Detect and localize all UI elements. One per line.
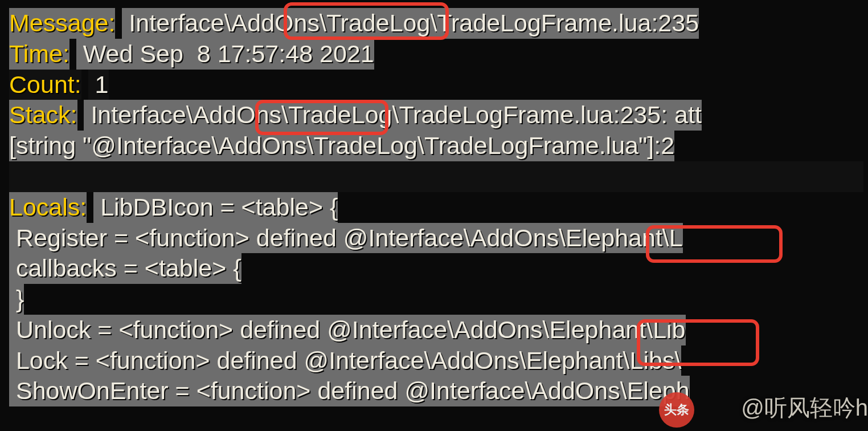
locals-close-row: }: [9, 284, 863, 315]
message-label: Message:: [9, 8, 115, 39]
locals-unlock-post: Lib: [653, 315, 685, 345]
count-label: Count:: [9, 70, 81, 100]
blank-row: [9, 161, 863, 192]
locals-unlock-row: Unlock = <function> defined @Interface\A…: [9, 315, 863, 345]
message-row: Message: Interface\AddOns\TradeLog\Trade…: [9, 8, 863, 39]
count-value-sp: [88, 70, 95, 100]
message-path-pre: Interface\AddOn: [129, 8, 307, 39]
locals-register-box: \Elephant\: [559, 223, 669, 254]
stack-row-2: [string "@Interface\AddOns\TradeLog\Trad…: [9, 131, 863, 161]
locals-head: LibDBIcon = <table> {: [100, 192, 338, 223]
time-value-text: Wed Sep 8 17:57:48 2021: [83, 39, 374, 70]
message-path-post: TradeLogFrame.lua:235: [437, 8, 699, 39]
locals-unlock-box: Elephant\: [549, 315, 653, 345]
message-path-seg1: [122, 8, 129, 39]
count-row: Count: 1: [9, 70, 863, 100]
locals-close: }: [9, 284, 24, 315]
stack-box: \TradeLog\: [281, 100, 399, 131]
stack-label: Stack:: [9, 100, 77, 131]
message-path-box: s\TradeLog\: [307, 8, 437, 39]
count-value: 1: [95, 70, 109, 100]
locals-callbacks: callbacks = <table> {: [9, 253, 241, 284]
locals-show-row: ShowOnEnter = <function> defined @Interf…: [9, 376, 863, 406]
watermark-text: @听风轻吟h: [741, 393, 868, 422]
locals-label: Locals:: [9, 192, 87, 223]
time-value: [76, 39, 83, 70]
stack-post: TradeLogFrame.lua:235: att: [399, 100, 701, 131]
error-panel: Message: Interface\AddOns\TradeLog\Trade…: [5, 6, 868, 406]
locals-register-post: L: [669, 223, 683, 254]
locals-callbacks-row: callbacks = <table> {: [9, 253, 863, 284]
locals-lock: Lock = <function> defined @Interface\Add…: [9, 345, 681, 376]
locals-lock-row: Lock = <function> defined @Interface\Add…: [9, 345, 863, 376]
time-row: Time: Wed Sep 8 17:57:48 2021: [9, 39, 863, 70]
locals-unlock-pre: Unlock = <function> defined @Interface\A…: [9, 315, 549, 345]
time-label: Time:: [9, 39, 69, 70]
watermark-logo: 头条: [659, 392, 694, 428]
locals-register-row: Register = <function> defined @Interface…: [9, 223, 863, 254]
locals-row-head: Locals: LibDBIcon = <table> {: [9, 192, 863, 223]
stack-row-1: Stack: Interface\AddOns\TradeLog\TradeLo…: [9, 100, 863, 131]
stack-line2: [string "@Interface\AddOns\TradeLog\Trad…: [9, 131, 674, 161]
stack-pre: Interface\AddOns: [91, 100, 281, 131]
locals-register-pre: Register = <function> defined @Interface…: [9, 223, 559, 254]
locals-show: ShowOnEnter = <function> defined @Interf…: [9, 376, 690, 406]
